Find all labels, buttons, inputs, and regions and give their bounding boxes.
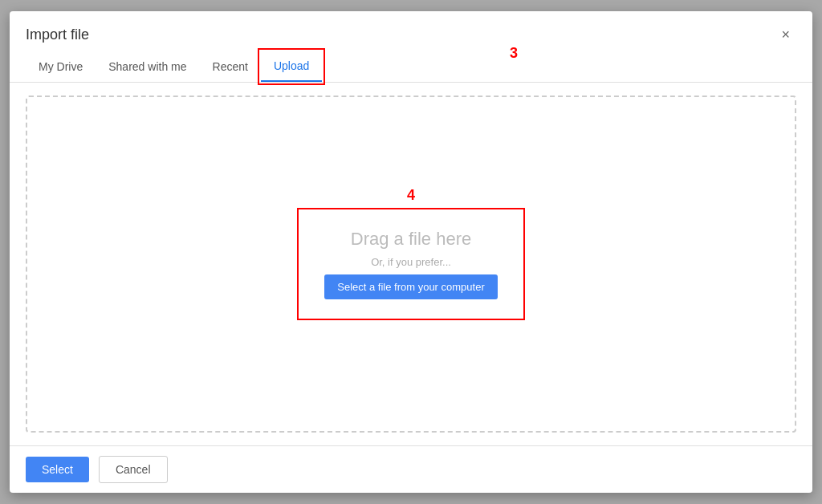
tab-shared-with-me[interactable]: Shared with me — [96, 51, 199, 82]
or-text: Or, if you prefer... — [371, 256, 451, 268]
select-file-button[interactable]: Select a file from your computer — [324, 274, 498, 299]
dialog-title: Import file — [26, 26, 89, 43]
drag-text: Drag a file here — [351, 229, 471, 250]
import-dialog: Import file × My Drive Shared with me Re… — [10, 11, 812, 493]
upload-drop-zone[interactable]: 4 Drag a file here Or, if you prefer... … — [26, 96, 796, 433]
tab-upload[interactable]: Upload — [261, 51, 322, 82]
tabs: My Drive Shared with me Recent 3 Upload — [26, 51, 796, 82]
upload-inner: 4 Drag a file here Or, if you prefer... … — [297, 208, 525, 320]
dialog-footer: Select Cancel — [10, 445, 812, 493]
dialog-overlay: Import file × My Drive Shared with me Re… — [0, 0, 822, 504]
tab-my-drive[interactable]: My Drive — [26, 51, 96, 82]
footer-select-button[interactable]: Select — [26, 457, 89, 482]
tab-recent[interactable]: Recent — [200, 51, 261, 82]
tabs-container: My Drive Shared with me Recent 3 Upload — [10, 51, 812, 83]
annotation-4-label: 4 — [407, 187, 415, 204]
close-button[interactable]: × — [775, 24, 796, 45]
dialog-header: Import file × — [10, 11, 812, 51]
annotation-3-label: 3 — [510, 45, 518, 62]
cancel-button[interactable]: Cancel — [99, 456, 168, 483]
dialog-body: 4 Drag a file here Or, if you prefer... … — [10, 83, 812, 445]
